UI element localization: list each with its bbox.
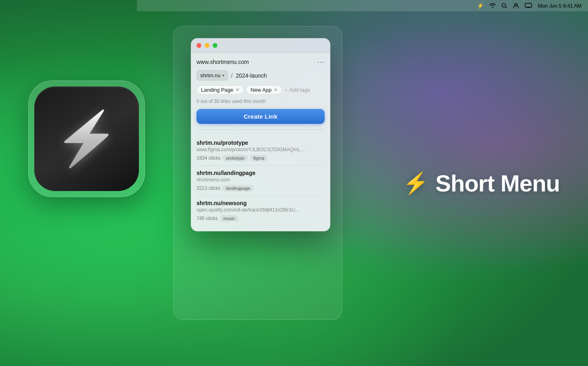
brand-bolt-icon: ⚡ xyxy=(403,171,429,195)
link-tag-prototype[interactable]: prototype xyxy=(223,155,248,161)
workspace-selector[interactable]: shrtm.nu ▾ xyxy=(197,70,228,80)
shortmenu-popover: www.shortmenu.com ··· shrtm.nu ▾ / 2024-… xyxy=(191,38,330,231)
add-tags-icon: + xyxy=(284,87,288,93)
link-clicks: 745 clicks xyxy=(197,216,218,221)
link-item-newsong[interactable]: shrtm.nu/newsong open.spotify.com/intl-d… xyxy=(197,196,325,226)
svg-rect-3 xyxy=(525,3,532,7)
menubar-icons: ⚡ xyxy=(477,2,532,9)
tag-label: Landing Page xyxy=(201,87,233,93)
url-row: www.shortmenu.com ··· xyxy=(197,58,325,66)
link-meta: 3213 clicks landingpage xyxy=(197,185,325,191)
create-link-button[interactable]: Create Link xyxy=(197,109,325,124)
brand-name: Short Menu xyxy=(435,170,560,197)
slug-value[interactable]: 2024-launch xyxy=(236,72,267,79)
svg-line-1 xyxy=(505,7,507,8)
workspace-chevron-icon: ▾ xyxy=(222,73,224,78)
app-icon-background: ⚡ xyxy=(28,80,145,197)
window-content: www.shortmenu.com ··· shrtm.nu ▾ / 2024-… xyxy=(191,53,330,231)
link-clicks: 1834 clicks xyxy=(197,155,220,161)
traffic-light-minimize[interactable] xyxy=(205,43,209,48)
more-button[interactable]: ··· xyxy=(317,58,325,66)
window-titlebar xyxy=(191,38,330,53)
app-bolt-icon: ⚡ xyxy=(54,108,119,169)
link-short-url: shrtm.nu/newsong xyxy=(197,200,325,206)
links-list: shrtm.nu/prototype www.figma.com/proto/m… xyxy=(197,136,325,226)
bolt-menubar-icon[interactable]: ⚡ xyxy=(477,2,484,9)
tag-new-app[interactable]: New App ✕ xyxy=(246,85,282,95)
current-url: www.shortmenu.com xyxy=(197,59,249,65)
app-icon-inner: ⚡ xyxy=(34,86,139,191)
workspace-name: shrtm.nu xyxy=(200,72,221,78)
app-icon-container: ⚡ xyxy=(28,80,145,197)
link-tag-landingpage[interactable]: landingpage xyxy=(223,185,253,191)
menubar: ⚡ xyxy=(137,0,588,11)
link-long-url: shortmenu.com xyxy=(197,177,317,183)
link-long-url: www.figma.com/proto/mYJLBOCXj7DIGMAQmL..… xyxy=(197,147,317,152)
slug-separator: / xyxy=(231,72,233,79)
traffic-light-close[interactable] xyxy=(197,43,201,48)
tag-label: New App xyxy=(251,87,271,93)
link-meta: 1834 clicks prototype figma xyxy=(197,155,325,161)
person-icon xyxy=(513,2,519,9)
menubar-datetime: Mon Jun 5 9:41 AM xyxy=(538,3,582,9)
brand-container: ⚡ Short Menu xyxy=(403,170,560,197)
display-icon xyxy=(525,3,532,8)
link-item-landingpage[interactable]: shrtm.nu/landingpage shortmenu.com 3213 … xyxy=(197,166,325,196)
tag-remove-icon[interactable]: ✕ xyxy=(236,87,239,93)
link-tag-music[interactable]: music xyxy=(220,215,238,222)
tag-landing-page[interactable]: Landing Page ✕ xyxy=(197,85,244,95)
wifi-icon xyxy=(489,3,496,8)
link-meta: 745 clicks music xyxy=(197,215,325,222)
add-tags-label: Add tags xyxy=(289,87,310,93)
add-tags-button[interactable]: + Add tags xyxy=(284,87,310,93)
link-item-prototype[interactable]: shrtm.nu/prototype www.figma.com/proto/m… xyxy=(197,136,325,166)
link-tag-figma[interactable]: figma xyxy=(250,155,267,161)
link-clicks: 3213 clicks xyxy=(197,185,220,191)
tags-row: Landing Page ✕ New App ✕ + Add tags xyxy=(197,85,325,95)
quota-text: 0 out of 30 links used this month xyxy=(197,99,325,104)
tag-remove-icon[interactable]: ✕ xyxy=(274,87,277,93)
link-short-url: shrtm.nu/prototype xyxy=(197,140,325,146)
traffic-light-fullscreen[interactable] xyxy=(213,43,217,48)
link-long-url: open.spotify.com/intl-de/track/0MjM12n2B… xyxy=(197,207,317,213)
link-short-url: shrtm.nu/landingpage xyxy=(197,170,325,176)
divider xyxy=(197,130,325,130)
search-icon[interactable] xyxy=(501,3,507,8)
slug-row: shrtm.nu ▾ / 2024-launch xyxy=(197,70,325,80)
